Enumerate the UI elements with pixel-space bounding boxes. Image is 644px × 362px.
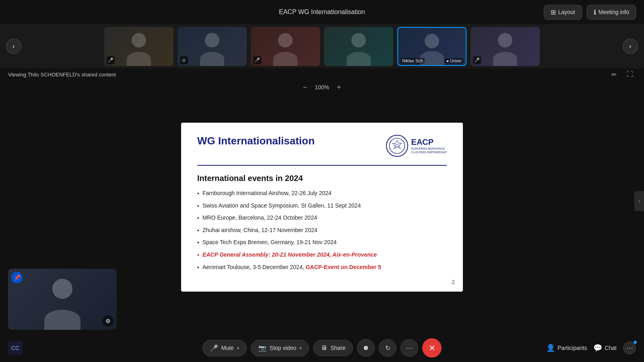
participant-name-label-5: Niklas Sch	[400, 58, 425, 64]
nav-left-button[interactable]: ‹	[6, 39, 21, 54]
nav-right-button[interactable]: ›	[623, 39, 638, 54]
participants-icon: 👤	[546, 343, 555, 352]
slide-page-number: 2	[452, 279, 455, 285]
slide-section-title: International events in 2024	[197, 174, 447, 183]
eacp-full-name: EUROPEAN AEROSPACECLUSTERS PARTNERSHIP	[411, 147, 447, 154]
microphone-icon: 🎤	[210, 344, 218, 352]
bullet-4: •	[197, 227, 199, 235]
zoom-controls: − 100% +	[300, 82, 344, 92]
event-item-2: • Swiss Aviation and Space Symposium, St…	[197, 202, 447, 210]
bullet-3: •	[197, 214, 199, 222]
bullet-6: •	[197, 251, 199, 259]
meeting-title: EACP WG Internationalisation	[279, 8, 365, 16]
chat-icon: 💬	[593, 343, 602, 352]
mute-indicator-1: 🎤	[107, 56, 115, 64]
top-bar: EACP WG Internationalisation ⊞ Layout ℹ …	[0, 0, 644, 24]
event-text-3: MRO Europe, Barcelona, 22-24 October 202…	[202, 214, 317, 222]
more-button[interactable]: ⋯	[400, 339, 418, 357]
participant-strip: ‹ 🎤 ⊡ 🎤 Niklas Sch ● Univer 🎤 ›	[0, 24, 644, 68]
zoom-level: 100%	[315, 84, 329, 90]
side-panel-toggle[interactable]: ›	[634, 191, 644, 211]
self-view-pin-icon: 📌	[11, 272, 23, 283]
bullet-5: •	[197, 239, 199, 247]
slide-container: WG Internationalisation EACP EUROPEAN AE…	[181, 123, 463, 292]
mute-indicator-6: 🎤	[473, 56, 481, 64]
record-button[interactable]: ⏺	[357, 339, 375, 357]
participant-thumb-1[interactable]: 🎤	[104, 27, 173, 66]
annotate-button[interactable]: ✏	[608, 68, 620, 80]
video-caret-icon: ▾	[299, 346, 301, 350]
self-view: 📌 ⚙	[8, 269, 117, 330]
event-item-7: • Aeromart Toulouse, 3-5 December 2024, …	[197, 263, 447, 272]
participant-thumb-6[interactable]: 🎤	[471, 27, 540, 66]
chat-button[interactable]: 💬 Chat	[593, 343, 617, 352]
event-text-1: Farnborough International Airshow, 22-26…	[202, 189, 332, 197]
zoom-out-button[interactable]: −	[300, 82, 310, 92]
mute-button[interactable]: 🎤 Mute ▾	[202, 340, 247, 356]
share-icon: 🖥	[321, 344, 327, 352]
viewing-label: Viewing Thilo SCHOENFELD's shared conten…	[8, 72, 116, 78]
participant-badge-5: ● Univer	[445, 58, 463, 64]
share-button[interactable]: 🖥 Share	[313, 340, 353, 356]
event-list: • Farnborough International Airshow, 22-…	[197, 189, 447, 272]
participant-thumb-5[interactable]: Niklas Sch ● Univer	[397, 27, 466, 66]
fullscreen-button[interactable]: ⛶	[624, 68, 636, 80]
mute-caret-icon: ▾	[237, 346, 239, 350]
mute-indicator-2: ⊡	[180, 56, 188, 64]
eacp-abbr: EACP	[411, 138, 447, 147]
end-call-button[interactable]: ✕	[422, 338, 442, 358]
info-icon: ℹ	[594, 8, 596, 16]
event-text-6: EACP General Assembly: 20-21 November 20…	[202, 251, 377, 259]
mute-indicator-3: 🎤	[253, 56, 261, 64]
event-item-3: • MRO Europe, Barcelona, 22-24 October 2…	[197, 214, 447, 222]
eacp-logo: EACP EUROPEAN AEROSPACECLUSTERS PARTNERS…	[386, 135, 447, 157]
annotate-controls: ✏ ⛶	[608, 68, 636, 80]
participants-notification-dot	[634, 341, 637, 344]
event-text-5: Space Tech Expo Bremen, Germany, 19-21 N…	[202, 239, 336, 247]
layout-icon: ⊞	[551, 8, 556, 16]
video-icon: 📷	[258, 344, 266, 352]
bottom-right: 👤 Participants 💬 Chat ⋯	[546, 341, 636, 354]
captions-button[interactable]: CC	[8, 341, 23, 355]
event-item-4: • Zhuhai airshow, China, 12-17 November …	[197, 226, 447, 235]
participant-thumb-2[interactable]: ⊡	[178, 27, 247, 66]
sync-button[interactable]: ↻	[379, 339, 396, 357]
meeting-info-button[interactable]: ℹ Meeting info	[587, 5, 636, 20]
eacp-logo-circle	[386, 135, 408, 157]
slide-header: WG Internationalisation EACP EUROPEAN AE…	[197, 135, 447, 157]
participants-button[interactable]: 👤 Participants	[546, 343, 587, 352]
bullet-2: •	[197, 202, 199, 210]
slide-title: WG Internationalisation	[197, 135, 315, 147]
participant-thumb-3[interactable]: 🎤	[251, 27, 320, 66]
eacp-logo-text: EACP EUROPEAN AEROSPACECLUSTERS PARTNERS…	[411, 138, 447, 154]
stop-video-button[interactable]: 📷 Stop video ▾	[251, 340, 309, 356]
participant-thumb-4[interactable]	[324, 27, 393, 66]
event-text-2: Swiss Aviation and Space Symposium, St G…	[202, 202, 361, 210]
layout-button[interactable]: ⊞ Layout	[544, 5, 582, 20]
slide-divider	[197, 165, 447, 166]
self-view-settings-button[interactable]: ⚙	[102, 315, 114, 327]
event-item-6: • EACP General Assembly: 20-21 November …	[197, 251, 447, 259]
top-bar-right: ⊞ Layout ℹ Meeting info	[544, 5, 636, 20]
self-view-video	[8, 269, 117, 330]
participant-video-4	[324, 27, 393, 66]
event-text-7: Aeromart Toulouse, 3-5 December 2024, GA…	[202, 263, 381, 272]
event-text-4: Zhuhai airshow, China, 12-17 November 20…	[202, 226, 318, 234]
bullet-7: •	[197, 264, 199, 272]
bullet-1: •	[197, 190, 199, 198]
event-item-1: • Farnborough International Airshow, 22-…	[197, 189, 447, 198]
bottom-left: CC	[8, 341, 23, 355]
zoom-in-button[interactable]: +	[334, 82, 344, 92]
event-text-7-red: GACP-Event on December 5	[305, 264, 381, 270]
event-item-5: • Space Tech Expo Bremen, Germany, 19-21…	[197, 239, 447, 247]
bottom-bar: CC 🎤 Mute ▾ 📷 Stop video ▾ 🖥 Share ⏺ ↻ ⋯…	[0, 334, 644, 362]
